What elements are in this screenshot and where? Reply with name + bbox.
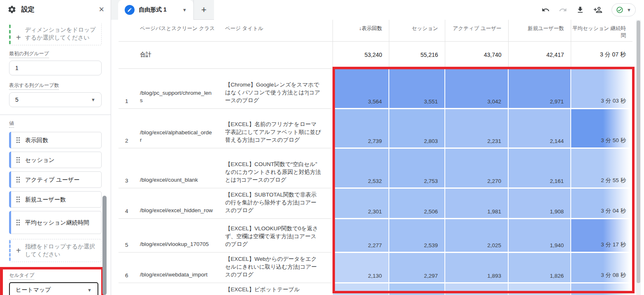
metric-chip-avg-duration[interactable]: 平均セッション継続時間: [9, 211, 102, 234]
heat-cell-duration: 2 分 55 秒: [571, 148, 632, 188]
report-area: 自由形式 1 ▼ + ▼: [111, 0, 644, 295]
page-title: 【EXCEL】ピボットテーブル: [216, 283, 332, 295]
page-title: 【Chrome】Googleレンズをスマホではなくパソコンで使う方法とは?|コア…: [216, 68, 332, 108]
heat-cell: 1,893: [445, 252, 508, 283]
heat-cell: [332, 283, 389, 295]
add-tab-button[interactable]: +: [193, 0, 214, 20]
page-path: /blog/excel/alphabetical_order: [140, 108, 216, 148]
table-row: 2 /blog/excel/alphabetical_order 【EXCEL】…: [119, 108, 632, 148]
heat-cell-duration: 3 分 17 秒: [571, 218, 632, 252]
heat-cell: 3,564: [332, 68, 389, 108]
sidebar-scrollbar[interactable]: [102, 196, 107, 295]
metric-chip-sessions[interactable]: セッション: [9, 152, 102, 168]
row-number-header: [119, 20, 140, 41]
column-header-sessions[interactable]: セッション: [389, 20, 445, 41]
heat-cell: 1,908: [508, 188, 571, 218]
heat-cell: 2,231: [445, 108, 508, 148]
page-path: /blog/excel/count_blank: [140, 148, 216, 188]
check-circle-icon: [616, 6, 623, 14]
drag-handle-icon: [16, 176, 20, 183]
table-row: 5 /blog/excel/vlookup_170705 【EXCEL】VLOO…: [119, 218, 632, 252]
heat-cell: 2,803: [389, 108, 445, 148]
heat-cell-duration: 3 分 50 秒: [571, 108, 632, 148]
plus-icon: +: [16, 247, 21, 255]
chevron-down-icon[interactable]: ▼: [182, 7, 187, 12]
heat-cell-duration: [571, 283, 632, 295]
heat-cell: 1,940: [508, 218, 571, 252]
column-header-views[interactable]: ↓表示回数: [332, 20, 389, 41]
metric-drop-area[interactable]: + 指標をドロップするか選択してください: [9, 239, 102, 262]
heat-cell: 2,539: [389, 218, 445, 252]
total-views: 53,240: [332, 41, 389, 68]
chevron-down-icon: ▼: [87, 288, 92, 293]
plus-icon: +: [16, 34, 21, 42]
page-title: 【EXCEL】名前のフリガナをローマ字表記にしてアルファベット順に並び替える方法…: [216, 108, 332, 148]
dimension-drop-hint: ディメンションをドロップするか選択してください: [25, 26, 98, 42]
column-header-path[interactable]: ページパスとスクリーン クラス: [140, 20, 216, 41]
column-header-new-users[interactable]: 新規ユーザー数: [508, 20, 571, 41]
undo-icon[interactable]: [542, 6, 550, 14]
table-row: 3 /blog/excel/count_blank 【EXCEL】COUNT関数…: [119, 148, 632, 188]
toolbar: ▼: [214, 0, 644, 20]
header-row: ページパスとスクリーン クラス ページ タイトル ↓表示回数 セッション アクテ…: [119, 20, 632, 41]
column-groups-select[interactable]: 5 ▼: [9, 92, 102, 107]
heat-cell: 2,277: [332, 218, 389, 252]
table-row: 4 /blog/excel/excel_hidden_row 【EXCEL】SU…: [119, 188, 632, 218]
heat-cell: [389, 283, 445, 295]
heat-cell: 2,753: [389, 148, 445, 188]
page-path: /blog/excel/vlookup_170705: [140, 218, 216, 252]
scrollbar-thumb[interactable]: [637, 21, 640, 283]
metric-chip-views[interactable]: 表示回数: [9, 132, 102, 148]
table-scrollbar[interactable]: [636, 20, 641, 295]
heat-cell: 2,297: [389, 252, 445, 283]
heat-cell: [445, 283, 508, 295]
first-column-group-label: 最初の列グループ: [9, 50, 49, 58]
chevron-down-icon: ▼: [91, 97, 95, 102]
page-path: /blog/excel/excel_hidden_row: [140, 188, 216, 218]
heat-cell: 3,042: [445, 68, 508, 108]
divider: [0, 115, 111, 115]
heat-cell: [508, 283, 571, 295]
first-column-group-input[interactable]: 1: [9, 61, 102, 75]
table-row: 6 /blog/excel/webdata_import 【EXCEL】Webか…: [119, 252, 632, 283]
redo-icon[interactable]: [559, 6, 567, 14]
total-new-users: 42,417: [508, 41, 571, 68]
chevron-down-icon: ▼: [627, 7, 631, 12]
dimension-drop-area[interactable]: + ディメンションをドロップするか選択してください: [9, 23, 102, 45]
page-title: 【EXCEL】Webからのデータをエクセルにきれいに取り込む方法|コアースのブロ…: [216, 252, 332, 283]
column-header-active-users[interactable]: アクティブ ユーザー: [445, 20, 508, 41]
page-title: 【EXCEL】VLOOKUP関数で0を返さず、空欄は空欄で返す方法|コアースのブ…: [216, 218, 332, 252]
metric-chip-active-users[interactable]: アクティブ ユーザー: [9, 171, 102, 188]
heat-cell-duration: 3 分 08 秒: [571, 252, 632, 283]
heat-cell: 2,301: [332, 188, 389, 218]
total-active-users: 43,740: [445, 41, 508, 68]
heat-cell-duration: 3 分 04 秒: [571, 188, 632, 218]
total-sessions: 55,216: [389, 41, 445, 68]
drag-handle-icon: [16, 137, 20, 143]
column-header-avg-duration[interactable]: 平均セッション 継続時間: [571, 20, 632, 41]
settings-panel: 設定 × + ディメンションをドロップするか選択してください 最初の列グループ …: [0, 0, 111, 295]
tab-label: 自由形式 1: [139, 6, 167, 14]
download-icon[interactable]: [576, 6, 584, 14]
settings-header: 設定 ×: [0, 0, 111, 19]
cell-type-select[interactable]: ヒートマップ ▼: [9, 282, 98, 295]
table-row: 1 /blog/pc_support/chrome_lens 【Chrome】G…: [119, 68, 632, 108]
drag-handle-icon: [16, 219, 20, 226]
heat-cell: 1,826: [508, 252, 571, 283]
page-path: [140, 283, 216, 295]
page-title: 【EXCEL】SUBTOTAL関数で非表示の行を集計から除外する方法|コアースの…: [216, 188, 332, 218]
heat-cell: 2,161: [508, 148, 571, 188]
settings-title: 設定: [21, 5, 35, 14]
column-header-title[interactable]: ページ タイトル: [216, 20, 332, 41]
page-path: /blog/excel/webdata_import: [140, 252, 216, 283]
total-avg-duration: 3 分 07 秒: [571, 41, 632, 68]
heat-cell: 1,981: [445, 188, 508, 218]
page-path: /blog/pc_support/chrome_lens: [140, 68, 216, 108]
share-add-user-icon[interactable]: [593, 5, 602, 14]
validation-status-button[interactable]: ▼: [611, 3, 636, 16]
data-table: ページパスとスクリーン クラス ページ タイトル ↓表示回数 セッション アクテ…: [119, 20, 632, 295]
close-icon[interactable]: ×: [99, 5, 104, 14]
metric-chip-new-users[interactable]: 新規ユーザー数: [9, 191, 102, 208]
tab-free-form[interactable]: 自由形式 1 ▼: [118, 0, 193, 20]
page-title: 【EXCEL】COUNT関数で“空白セル”なのにカウントされる原因と対処方法とは…: [216, 148, 332, 188]
